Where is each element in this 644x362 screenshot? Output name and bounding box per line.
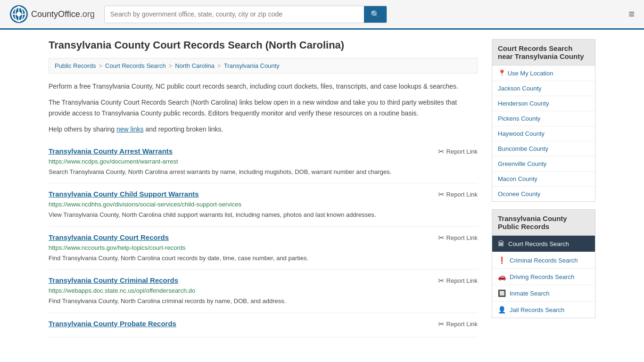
- new-links-link[interactable]: new links: [116, 125, 144, 133]
- record-title-3[interactable]: Transylvania County Criminal Records: [49, 276, 178, 284]
- report-icon-3: ✂: [438, 276, 444, 285]
- nav-item-4[interactable]: 👤 Jail Records Search: [492, 302, 595, 318]
- list-item[interactable]: Henderson County: [492, 96, 595, 111]
- logo-text: CountyOffice.org: [31, 9, 95, 19]
- search-icon: 🔍: [371, 10, 380, 18]
- county-link-7[interactable]: Oconee County: [492, 187, 595, 201]
- report-link-0[interactable]: ✂ Report Link: [438, 147, 478, 156]
- driving-icon: 🚗: [498, 273, 506, 280]
- list-item[interactable]: Oconee County: [492, 187, 595, 201]
- breadcrumb-state[interactable]: North Carolina: [175, 62, 215, 69]
- description-para2: The Transylvania County Court Records Se…: [49, 97, 478, 118]
- county-link-6[interactable]: Macon County: [492, 172, 595, 186]
- record-item: Transylvania County Criminal Records ✂ R…: [49, 270, 478, 313]
- record-desc-0: Search Transylvania County, North Caroli…: [49, 167, 478, 177]
- logo-icon: [9, 5, 28, 24]
- report-icon-2: ✂: [438, 233, 444, 242]
- record-desc-3: Find Transylvania County, North Carolina…: [49, 296, 478, 306]
- record-title-1[interactable]: Transylvania County Child Support Warran…: [49, 190, 199, 198]
- report-icon-4: ✂: [438, 320, 444, 329]
- record-title-0[interactable]: Transylvania County Arrest Warrants: [49, 147, 173, 155]
- nav-item-1[interactable]: ❗ Criminal Records Search: [492, 252, 595, 269]
- search-bar: 🔍: [104, 6, 387, 23]
- county-link-1[interactable]: Henderson County: [492, 96, 595, 111]
- criminal-icon: ❗: [498, 256, 506, 264]
- list-item[interactable]: Buncombe County: [492, 141, 595, 156]
- record-url-3: https://webapps.doc.state.nc.us/opi/offe…: [49, 287, 478, 294]
- report-icon-0: ✂: [438, 147, 444, 156]
- nav-link-3[interactable]: 🔲 Inmate Search: [492, 285, 595, 301]
- public-records-nav: 🏛 Court Records Search ❗ Criminal Record…: [492, 236, 595, 318]
- record-item: Transylvania County Arrest Warrants ✂ Re…: [49, 140, 478, 184]
- nav-item-3[interactable]: 🔲 Inmate Search: [492, 285, 595, 302]
- page-title: Transylvania County Court Records Search…: [49, 39, 478, 51]
- county-link-2[interactable]: Pickens County: [492, 111, 595, 126]
- record-url-0: https://www.ncdps.gov/document/warrant-a…: [49, 158, 478, 165]
- record-item: Transylvania County Child Support Warran…: [49, 183, 478, 227]
- court-icon: 🏛: [498, 240, 504, 247]
- header: CountyOffice.org 🔍 ≡: [0, 0, 644, 30]
- nav-link-0[interactable]: 🏛 Court Records Search: [492, 236, 595, 252]
- list-item[interactable]: Haywood County: [492, 126, 595, 141]
- record-url-1: https://www.ncdhhs.gov/divisions/social-…: [49, 201, 478, 208]
- nearby-title: Court Records Search near Transylvania C…: [492, 39, 595, 66]
- list-item[interactable]: Greenville County: [492, 156, 595, 172]
- location-icon: 📍: [498, 69, 506, 77]
- sidebar: Court Records Search near Transylvania C…: [492, 39, 595, 337]
- use-location-item[interactable]: 📍 Use My Location: [492, 66, 595, 81]
- list-item[interactable]: Jackson County: [492, 81, 595, 96]
- record-item: Transylvania County Court Records ✂ Repo…: [49, 227, 478, 270]
- public-records-title: Transylvania County Public Records: [492, 209, 595, 236]
- search-button[interactable]: 🔍: [364, 6, 387, 23]
- logo[interactable]: CountyOffice.org: [9, 5, 95, 24]
- report-icon-1: ✂: [438, 190, 444, 199]
- list-item[interactable]: Pickens County: [492, 111, 595, 126]
- inmate-icon: 🔲: [498, 289, 506, 297]
- report-link-4[interactable]: ✂ Report Link: [438, 320, 478, 329]
- search-input[interactable]: [105, 6, 364, 23]
- record-title-4[interactable]: Transylvania County Probate Records: [49, 320, 176, 328]
- report-link-2[interactable]: ✂ Report Link: [438, 233, 478, 242]
- report-link-1[interactable]: ✂ Report Link: [438, 190, 478, 199]
- jail-icon: 👤: [498, 306, 506, 313]
- description-para1: Perform a free Transylvania County, NC p…: [49, 81, 478, 91]
- use-location-link[interactable]: 📍 Use My Location: [492, 66, 595, 81]
- main-container: Transylvania County Court Records Search…: [39, 30, 605, 347]
- nav-link-1[interactable]: ❗ Criminal Records Search: [492, 252, 595, 268]
- description-para3: Help others by sharing new links and rep…: [49, 124, 478, 134]
- records-list: Transylvania County Arrest Warrants ✂ Re…: [49, 140, 478, 337]
- county-link-5[interactable]: Greenville County: [492, 156, 595, 171]
- nearby-list: 📍 Use My Location Jackson County Henders…: [492, 66, 595, 202]
- nav-item-2[interactable]: 🚗 Driving Records Search: [492, 269, 595, 285]
- record-title-2[interactable]: Transylvania County Court Records: [49, 233, 169, 241]
- nav-link-4[interactable]: 👤 Jail Records Search: [492, 302, 595, 318]
- breadcrumb-court-records[interactable]: Court Records Search: [105, 62, 166, 69]
- breadcrumb: Public Records > Court Records Search > …: [49, 58, 478, 74]
- content: Transylvania County Court Records Search…: [49, 39, 478, 337]
- county-link-0[interactable]: Jackson County: [492, 81, 595, 96]
- breadcrumb-public-records[interactable]: Public Records: [55, 62, 96, 69]
- report-link-3[interactable]: ✂ Report Link: [438, 276, 478, 285]
- record-item: Transylvania County Probate Records ✂ Re…: [49, 313, 478, 337]
- menu-icon[interactable]: ≡: [628, 8, 635, 20]
- county-link-3[interactable]: Haywood County: [492, 126, 595, 141]
- record-desc-2: Find Transylvania County, North Carolina…: [49, 254, 478, 263]
- record-desc-1: View Transylvania County, North Carolina…: [49, 210, 478, 220]
- record-url-2: https://www.nccourts.gov/help-topics/cou…: [49, 244, 478, 251]
- nav-link-2[interactable]: 🚗 Driving Records Search: [492, 269, 595, 285]
- nav-item-0[interactable]: 🏛 Court Records Search: [492, 236, 595, 252]
- county-link-4[interactable]: Buncombe County: [492, 141, 595, 156]
- breadcrumb-county[interactable]: Transylvania County: [224, 62, 280, 69]
- list-item[interactable]: Macon County: [492, 172, 595, 187]
